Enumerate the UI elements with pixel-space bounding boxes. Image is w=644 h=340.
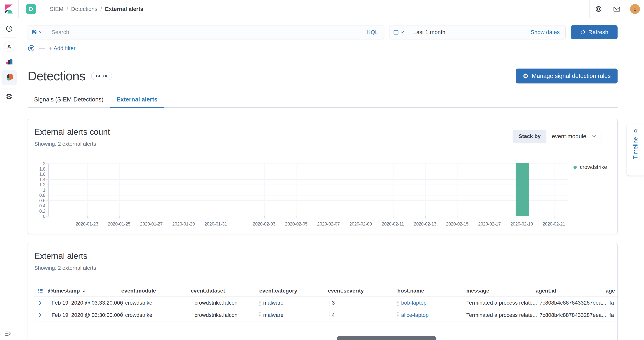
- chart-bar[interactable]: [516, 163, 529, 216]
- x-axis-tick-label: 2020-02-09: [346, 221, 376, 227]
- event-category-value[interactable]: malware: [263, 312, 284, 318]
- breadcrumb: SIEM / Detections / External alerts: [50, 6, 143, 12]
- stack-by-select[interactable]: Stack by event.module: [513, 130, 601, 143]
- column-header-label: event.severity: [328, 288, 364, 294]
- drag-handle[interactable]: [191, 300, 192, 306]
- breadcrumb-siem[interactable]: SIEM: [50, 6, 64, 12]
- drag-handle[interactable]: [536, 312, 537, 318]
- stack-by-value: event.module: [552, 133, 586, 140]
- timestamp-value[interactable]: Feb 19, 2020 @ 03:33:20.000: [52, 300, 123, 306]
- y-axis-tick-label: 1.2: [34, 182, 46, 187]
- drag-handle[interactable]: [397, 312, 399, 318]
- agent-id-value[interactable]: 7c808b4c8878433287eea...: [540, 312, 606, 318]
- column-header-event-dataset[interactable]: event.dataset: [191, 288, 259, 294]
- drag-handle[interactable]: [259, 312, 261, 318]
- filter-bar: + Add filter: [28, 44, 618, 52]
- horizontal-scrollbar-thumb[interactable]: [337, 336, 436, 340]
- drag-handle[interactable]: [259, 300, 261, 306]
- beta-badge: BETA: [91, 72, 112, 80]
- event-module-value[interactable]: crowdstrike: [125, 300, 152, 306]
- event-severity-value[interactable]: 3: [332, 300, 335, 306]
- y-axis-tick-label: 2: [34, 161, 46, 166]
- column-header-event-category[interactable]: event.category: [259, 288, 328, 294]
- tab-bar: Signals (SIEM Detections) External alert…: [28, 96, 618, 108]
- column-header-host-name[interactable]: host.name: [397, 288, 466, 294]
- host-name-link[interactable]: alice-laptop: [401, 312, 428, 318]
- breadcrumb-detections[interactable]: Detections: [71, 6, 97, 12]
- envelope-icon: [613, 5, 620, 13]
- expand-row-button[interactable]: [34, 313, 48, 318]
- search-input[interactable]: [46, 29, 367, 35]
- chart-legend[interactable]: crowdstrike: [574, 164, 607, 170]
- drag-handle[interactable]: [536, 300, 537, 306]
- tab-signals[interactable]: Signals (SIEM Detections): [28, 96, 110, 107]
- newsfeed-button[interactable]: [608, 0, 626, 18]
- tab-external-alerts[interactable]: External alerts: [110, 96, 164, 107]
- x-axis-tick-label: 2020-01-23: [72, 221, 102, 227]
- drag-handle[interactable]: [397, 300, 399, 306]
- chart-area: crowdstrike 00.20.40.60.811.21.41.61.822…: [34, 164, 611, 234]
- event-severity-value[interactable]: 4: [332, 312, 335, 318]
- expand-row-button[interactable]: [34, 300, 48, 305]
- sidebar-item-management[interactable]: ⚙: [2, 91, 16, 102]
- event-module-value[interactable]: crowdstrike: [125, 312, 152, 318]
- age-value[interactable]: fa: [610, 312, 614, 318]
- drag-handle[interactable]: [328, 300, 330, 306]
- refresh-button[interactable]: Refresh: [571, 25, 618, 39]
- refresh-label: Refresh: [588, 29, 608, 35]
- main-content: KQL Last 1 month Show dates: [18, 19, 644, 340]
- help-icon: [595, 5, 602, 13]
- recently-viewed-button[interactable]: [2, 23, 16, 34]
- drag-handle[interactable]: [121, 300, 123, 306]
- column-header-age[interactable]: age: [606, 288, 618, 294]
- collapse-nav-button[interactable]: [4, 331, 11, 337]
- quick-select-menu-button[interactable]: [390, 25, 408, 39]
- kql-language-button[interactable]: KQL: [367, 29, 384, 35]
- drag-handle[interactable]: [121, 312, 123, 318]
- time-range-value[interactable]: Last 1 month: [408, 29, 530, 35]
- event-dataset-value[interactable]: crowdstrike.falcon: [194, 312, 238, 318]
- saved-query-menu-button[interactable]: [28, 25, 46, 39]
- drag-handle[interactable]: [191, 312, 192, 318]
- sidebar-divider: [2, 88, 16, 88]
- drag-handle[interactable]: [606, 300, 607, 306]
- manage-signal-detection-rules-button[interactable]: ⚙ Manage signal detection rules: [516, 69, 618, 83]
- column-header-timestamp[interactable]: @timestamp: [48, 288, 121, 294]
- column-header-event-severity[interactable]: event.severity: [328, 288, 397, 294]
- drag-handle[interactable]: [606, 312, 607, 318]
- space-switcher-badge[interactable]: D: [26, 4, 36, 14]
- drag-handle[interactable]: [48, 312, 49, 318]
- sidebar-item-visualize[interactable]: [2, 56, 16, 68]
- filter-icon[interactable]: [28, 45, 35, 52]
- column-header-event-module[interactable]: event.module: [121, 288, 191, 294]
- table-view-settings-button[interactable]: [34, 288, 48, 294]
- age-value[interactable]: fa: [610, 300, 614, 306]
- column-header-label: host.name: [397, 288, 424, 294]
- nav-sidebar: A ⚙: [0, 19, 18, 340]
- drag-handle[interactable]: [328, 312, 330, 318]
- drag-handle[interactable]: [48, 300, 49, 306]
- help-button[interactable]: [590, 0, 608, 18]
- event-dataset-value[interactable]: crowdstrike.falcon: [194, 300, 238, 306]
- avatar: e: [630, 4, 640, 14]
- host-name-link[interactable]: bob-laptop: [401, 300, 426, 306]
- sidebar-item-siem-active[interactable]: [2, 70, 17, 85]
- timestamp-value[interactable]: Feb 19, 2020 @ 03:30:00.000: [52, 312, 123, 318]
- column-header-message[interactable]: message: [466, 288, 536, 294]
- event-category-value[interactable]: malware: [263, 300, 284, 306]
- column-header-label: event.dataset: [191, 288, 225, 294]
- letter-app-avatar: A: [4, 41, 14, 52]
- y-axis-tick-label: 0.6: [34, 198, 46, 203]
- sidebar-item-letter-app[interactable]: A: [2, 41, 16, 52]
- kibana-logo[interactable]: [0, 4, 18, 13]
- x-axis-tick-label: 2020-01-25: [104, 221, 134, 227]
- user-menu-button[interactable]: e: [626, 0, 644, 18]
- column-header-agent-id[interactable]: agent.id: [536, 288, 606, 294]
- table-row: Feb 19, 2020 @ 03:30:00.000 crowdstrike …: [34, 309, 618, 322]
- agent-id-value[interactable]: 7c808b4c8878433287eea...: [540, 300, 606, 306]
- add-filter-button[interactable]: + Add filter: [49, 45, 76, 51]
- y-axis-tick-label: 1.4: [34, 177, 46, 182]
- timeline-flyout-button[interactable]: « Timeline: [627, 124, 644, 176]
- show-dates-button[interactable]: Show dates: [530, 29, 566, 35]
- y-axis-tick-label: 0.2: [34, 209, 46, 214]
